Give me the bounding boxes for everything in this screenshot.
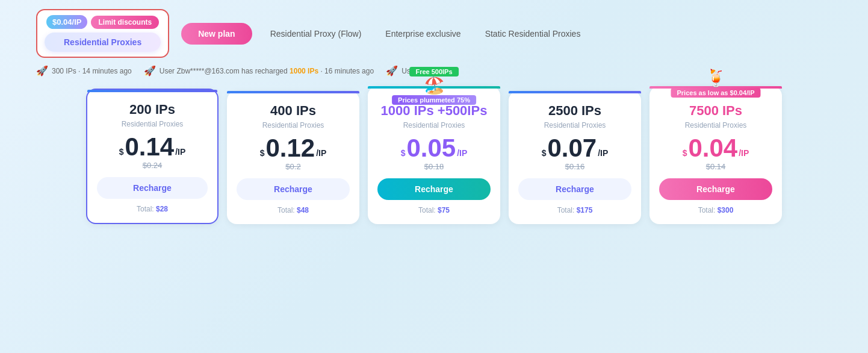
price-main-200: 0.14: [125, 134, 174, 160]
price-main-2500: 0.07: [547, 136, 597, 161]
total-value-200: $28: [156, 205, 168, 213]
rocket-icon-2: 🚀: [144, 65, 156, 77]
price-main-1000: 0.05: [406, 136, 456, 161]
plan-price-row-7500: $ 0.04 /IP: [659, 136, 772, 161]
notice-text-2: User Zbw*****@163.com has recharged 1000…: [160, 67, 374, 75]
badge-plummeted: Prices plummeted 75%: [392, 95, 476, 105]
plan-price-row-200: $ 0.14 /IP: [97, 134, 208, 160]
recharge-button-200[interactable]: Recharge: [97, 177, 208, 199]
recharge-button-400[interactable]: Recharge: [237, 178, 350, 200]
tab-residential-proxy-flow[interactable]: Residential Proxy (Flow): [270, 29, 362, 39]
total-value-7500: $300: [718, 206, 734, 214]
price-dollar-7500: $: [683, 146, 687, 161]
plan-type-200: Residential Proxies: [97, 120, 208, 128]
plan-type-7500: Residential Proxies: [659, 121, 772, 130]
tab-static-residential-proxies[interactable]: Static Residential Proxies: [485, 29, 581, 39]
plan-type-400: Residential Proxies: [237, 121, 350, 130]
plan-total-2500: Total: $175: [518, 206, 631, 214]
nav-tabs: Residential Proxy (Flow) Enterprise excl…: [270, 29, 581, 39]
price-unit-1000: /IP: [457, 146, 467, 161]
price-unit-400: /IP: [316, 146, 326, 161]
plan-card-7500: 🍹 Prices as low as $0.04/IP 7500 IPs Res…: [649, 86, 782, 224]
price-original-7500: $0.14: [659, 162, 772, 171]
plan-card-400: 400 IPs Residential Proxies $ 0.12 /IP $…: [227, 91, 359, 224]
price-tag: $0.04/IP: [46, 15, 87, 29]
plan-type-2500: Residential Proxies: [518, 121, 631, 130]
discount-badge: $0.04/IP Limit discounts: [46, 15, 159, 29]
nav-left-box: $0.04/IP Limit discounts Residential Pro…: [36, 9, 169, 58]
price-dollar-1000: $: [401, 146, 406, 161]
plan-price-row-1000: $ 0.05 /IP: [377, 136, 491, 161]
plan-ip-count-7500: 7500 IPs: [659, 103, 772, 119]
plan-card-200: 200 IPs Residential Proxies $ 0.14 /IP $…: [86, 89, 219, 224]
total-value-1000: $75: [438, 206, 450, 214]
tab-residential-proxies[interactable]: Residential Proxies: [45, 33, 161, 52]
plan-total-200: Total: $28: [97, 205, 208, 213]
new-plan-button[interactable]: New plan: [181, 23, 252, 45]
notice-item-2: 🚀 User Zbw*****@163.com has recharged 10…: [144, 65, 374, 77]
plan-type-1000: Residential Proxies: [377, 121, 491, 130]
plan-card-2500: 2500 IPs Residential Proxies $ 0.07 /IP …: [509, 91, 641, 224]
price-dollar-400: $: [260, 146, 265, 161]
plan-price-row-2500: $ 0.07 /IP: [518, 136, 631, 161]
plan-ip-count-200: 200 IPs: [97, 102, 208, 117]
top-nav: $0.04/IP Limit discounts Residential Pro…: [36, 9, 832, 58]
notice-highlight-2: 1000 IPs: [290, 67, 318, 75]
price-original-1000: $0.18: [377, 162, 491, 171]
plan-total-1000: Total: $75: [377, 206, 491, 214]
plan-total-7500: Total: $300: [659, 206, 772, 214]
separator-400: [227, 91, 359, 93]
price-original-400: $0.2: [237, 162, 350, 171]
limit-badge: Limit discounts: [91, 16, 159, 29]
feature-badge-1000: Free 500IPs 🏖️ Prices plummeted 75%: [392, 67, 476, 105]
plans-grid: 200 IPs Residential Proxies $ 0.14 /IP $…: [36, 86, 832, 224]
price-original-200: $0.24: [97, 161, 208, 170]
tab-enterprise-exclusive[interactable]: Enterprise exclusive: [385, 29, 460, 39]
badge-icon-cocktail: 🍹: [705, 68, 727, 88]
feature-badge-7500: 🍹 Prices as low as $0.04/IP: [671, 69, 760, 98]
plan-ip-count-2500: 2500 IPs: [518, 103, 631, 119]
recharge-button-7500[interactable]: Recharge: [659, 178, 772, 200]
notice-text-1: 300 IPs · 14 minutes ago: [52, 67, 132, 75]
separator-2500: [509, 91, 641, 93]
plan-price-row-400: $ 0.12 /IP: [237, 136, 350, 161]
price-unit-7500: /IP: [739, 146, 749, 161]
plan-ip-count-400: 400 IPs: [237, 103, 350, 119]
separator-200: [87, 90, 217, 92]
total-value-400: $48: [297, 206, 309, 214]
price-dollar-2500: $: [542, 146, 547, 161]
badge-low-price: Prices as low as $0.04/IP: [671, 88, 760, 98]
recharge-button-1000[interactable]: Recharge: [377, 178, 491, 200]
page-wrapper: $0.04/IP Limit discounts Residential Pro…: [0, 0, 868, 353]
price-unit-200: /IP: [175, 145, 185, 160]
recharge-button-2500[interactable]: Recharge: [518, 178, 631, 200]
price-main-7500: 0.04: [688, 136, 737, 161]
price-dollar-200: $: [119, 145, 124, 160]
notice-item-1: 🚀 300 IPs · 14 minutes ago: [36, 65, 132, 77]
plan-ip-count-1000: 1000 IPs +500IPs: [377, 103, 491, 119]
price-original-2500: $0.16: [518, 162, 631, 171]
plan-card-1000: Free 500IPs 🏖️ Prices plummeted 75% 1000…: [368, 86, 500, 224]
plan-total-400: Total: $48: [237, 206, 350, 214]
total-value-2500: $175: [577, 206, 593, 214]
badge-icon-beach: 🏖️: [424, 75, 445, 95]
price-main-400: 0.12: [265, 136, 315, 161]
price-unit-2500: /IP: [598, 146, 608, 161]
rocket-icon-1: 🚀: [36, 65, 48, 77]
